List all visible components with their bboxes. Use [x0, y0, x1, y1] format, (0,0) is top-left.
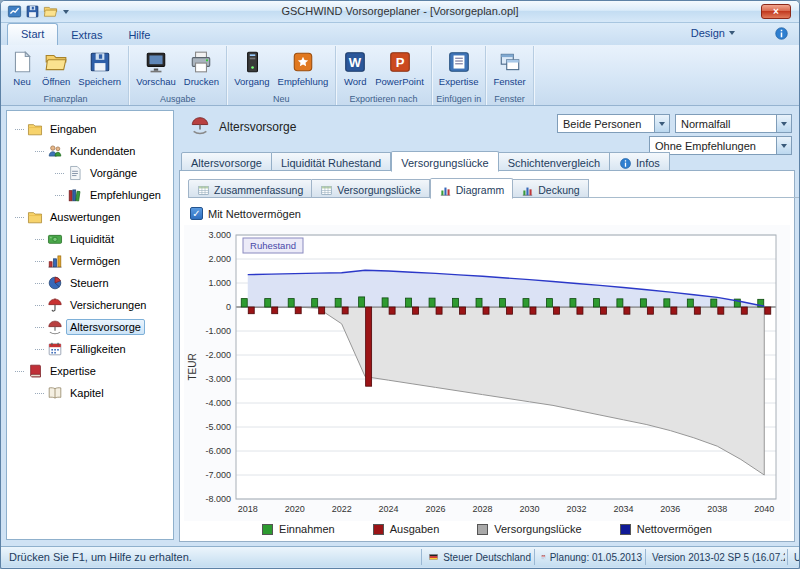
svg-text:2030: 2030: [519, 504, 539, 514]
person-select[interactable]: Beide Personen: [557, 114, 670, 133]
legend-item-nettoverm-gen: Nettovermögen: [620, 523, 712, 535]
legend-label: Versorgungslücke: [494, 523, 581, 535]
ribbon-button-empfehlung[interactable]: Empfehlung: [274, 48, 333, 93]
statusbar-item-ul: Ul: [787, 549, 800, 565]
tree-connector: [15, 371, 24, 372]
svg-text:2024: 2024: [379, 504, 399, 514]
chart-icon: [521, 184, 534, 197]
statusbar-help-text: Drücken Sie F1, um Hilfe zu erhalten.: [9, 551, 192, 563]
ribbon-button-speichern[interactable]: Speichern: [74, 48, 125, 93]
close-button[interactable]: ×: [761, 4, 791, 19]
chart-icon: [439, 184, 452, 197]
tree-item-expertise[interactable]: Expertise: [7, 360, 173, 382]
tree-item-altersvorsorge[interactable]: Altersvorsorge: [7, 316, 173, 338]
tree-item-liquidit-t[interactable]: Liquidität: [7, 228, 173, 250]
svg-text:2040: 2040: [754, 504, 774, 514]
legend-item-ausgaben: Ausgaben: [373, 523, 440, 535]
ribbon-group-label: Finanzplan: [3, 94, 128, 104]
ribbon-button-vorschau[interactable]: Vorschau: [132, 48, 180, 93]
tree-connector: [35, 327, 44, 328]
printer-icon: [189, 50, 213, 74]
tree-item-label: Kapitel: [66, 385, 108, 401]
tab-infos[interactable]: Infos: [610, 152, 670, 171]
tree-item-verm-gen[interactable]: Vermögen: [7, 250, 173, 272]
chart-legend: EinnahmenAusgabenVersorgungslückeNettove…: [180, 523, 794, 535]
checkbox-label: Mit Nettovermögen: [208, 208, 301, 220]
tab-altersvorsorge[interactable]: Altersvorsorge: [181, 152, 272, 171]
ribbon-button-neu[interactable]: Neu: [6, 48, 38, 93]
ribbon-tab-extras[interactable]: Extras: [58, 25, 115, 45]
svg-text:1.000: 1.000: [208, 278, 231, 288]
scenario-select-button[interactable]: [776, 115, 791, 132]
book-red-icon: [27, 363, 43, 379]
ribbon-group-ausgabe: VorschauDruckenAusgabe: [129, 46, 227, 105]
quick-access-toolbar[interactable]: [7, 4, 69, 19]
chevron-down-icon: [729, 31, 735, 35]
empfehlungen-select[interactable]: Ohne Empfehlungen: [649, 136, 792, 155]
new-doc-icon: [10, 50, 34, 74]
ribbon-button-label: Neu: [13, 76, 30, 87]
ribbon-button-expertise[interactable]: Expertise: [435, 48, 483, 93]
ribbon-button-ffnen[interactable]: Öffnen: [38, 48, 74, 93]
tree-item-steuern[interactable]: Steuern: [7, 272, 173, 294]
ribbon-tab-start[interactable]: Start: [7, 23, 58, 45]
ribbon-button-label: Empfehlung: [278, 76, 329, 87]
tab-versorgungsl-cke[interactable]: Versorgungslücke: [391, 151, 498, 172]
window-title: GSCHWIND Vorsorgeplaner - [Vorsorgeplan.…: [121, 5, 679, 17]
subtab-label: Zusammenfassung: [214, 184, 303, 196]
tab-label: Liquidität Ruhestand: [281, 157, 381, 169]
tree-item-label: Kundendaten: [66, 143, 139, 159]
tree-item-empfehlungen[interactable]: Empfehlungen: [7, 184, 173, 206]
page-title: Altersvorsorge: [219, 120, 296, 134]
legend-swatch: [373, 524, 384, 535]
subtab-versorgungsl-cke[interactable]: Versorgungslücke: [312, 179, 429, 198]
ribbon-button-fenster[interactable]: Fenster: [489, 48, 529, 93]
tab-label: Schichtenvergleich: [508, 157, 600, 169]
ribbon-group-einf-gen-in: ExpertiseEinfügen in: [432, 46, 487, 105]
svg-text:2034: 2034: [613, 504, 633, 514]
tree-connector: [55, 173, 64, 174]
ribbon-button-powerpoint[interactable]: PPowerPoint: [371, 48, 428, 93]
app-icon: [7, 4, 22, 19]
tree-item-versicherungen[interactable]: Versicherungen: [7, 294, 173, 316]
tree-item-f-lligkeiten[interactable]: Fälligkeiten: [7, 338, 173, 360]
open-folder-icon: [43, 4, 58, 19]
svg-text:0: 0: [226, 302, 231, 312]
subtab-diagramm[interactable]: Diagramm: [430, 178, 513, 199]
tree-item-kapitel[interactable]: Kapitel: [7, 382, 173, 404]
tab-content: ZusammenfassungVersorgungslückeDiagrammD…: [179, 170, 795, 542]
ribbon-button-vorgang[interactable]: Vorgang: [230, 48, 273, 93]
tree-item-kundendaten[interactable]: Kundendaten: [7, 140, 173, 162]
tree-item-eingaben[interactable]: Eingaben: [7, 118, 173, 140]
ribbon-tab-hilfe[interactable]: Hilfe: [115, 25, 163, 45]
nettovermoegen-checkbox[interactable]: ✓ Mit Nettovermögen: [190, 207, 301, 220]
pension-icon: [47, 319, 63, 335]
design-menu[interactable]: Design: [691, 27, 735, 39]
tree-item-auswertungen[interactable]: Auswertungen: [7, 206, 173, 228]
ribbon-button-word[interactable]: WWord: [339, 48, 371, 93]
statusbar-item-steuer-deutschland: Steuer Deutschland: [421, 549, 531, 565]
ribbon-group-neu: VorgangEmpfehlungNeu: [227, 46, 336, 105]
statusbar-item-version-2013-02-sp-5-16-07-2013: Version 2013-02 SP 5 (16.07.2013): [645, 549, 785, 565]
ribbon-button-drucken[interactable]: Drucken: [180, 48, 223, 93]
pension-icon: [190, 115, 210, 138]
tab-liquidit-t-ruhestand[interactable]: Liquidität Ruhestand: [272, 152, 391, 171]
tree-item-label: Empfehlungen: [86, 187, 165, 203]
chapter-icon: [47, 385, 63, 401]
ribbon-group-label: Exportieren nach: [336, 94, 431, 104]
tree-item-vorg-nge[interactable]: Vorgänge: [7, 162, 173, 184]
ribbon-help-button[interactable]: [774, 26, 789, 41]
tab-schichtenvergleich[interactable]: Schichtenvergleich: [499, 152, 610, 171]
subtab-zusammenfassung[interactable]: Zusammenfassung: [188, 179, 312, 198]
ribbon-button-label: PowerPoint: [375, 76, 424, 87]
scenario-select[interactable]: Normalfall: [675, 114, 792, 133]
empfehlungen-select-button[interactable]: [776, 137, 791, 154]
svg-text:-8.000: -8.000: [205, 494, 231, 504]
titlebar: GSCHWIND Vorsorgeplaner - [Vorsorgeplan.…: [1, 1, 799, 23]
statusbar-item-label: Version 2013-02 SP 5 (16.07.2013): [652, 552, 785, 563]
person-select-button[interactable]: [654, 115, 669, 132]
chevron-down-icon: [781, 144, 787, 148]
pension-icon: [190, 115, 210, 135]
subtab-deckung[interactable]: Deckung: [513, 179, 588, 198]
ribbon-group-label: Ausgabe: [129, 94, 226, 104]
